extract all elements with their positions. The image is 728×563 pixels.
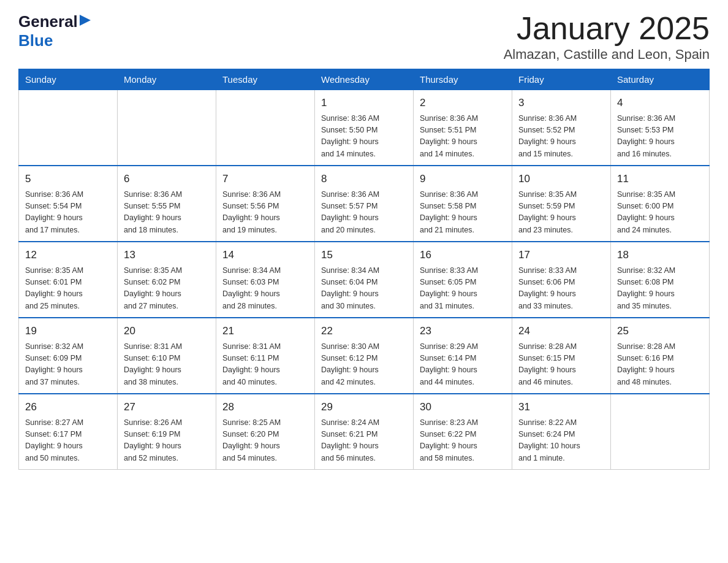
day-number: 24 — [518, 323, 604, 339]
day-number: 15 — [321, 247, 407, 263]
day-cell: 13Sunrise: 8:35 AM Sunset: 6:02 PM Dayli… — [118, 242, 216, 318]
day-cell — [216, 90, 315, 166]
day-cell: 24Sunrise: 8:28 AM Sunset: 6:15 PM Dayli… — [512, 318, 611, 394]
day-number: 17 — [518, 247, 604, 263]
day-info: Sunrise: 8:34 AM Sunset: 6:03 PM Dayligh… — [222, 265, 308, 313]
day-number: 30 — [420, 399, 506, 415]
day-info: Sunrise: 8:29 AM Sunset: 6:14 PM Dayligh… — [420, 341, 506, 389]
day-info: Sunrise: 8:36 AM Sunset: 5:58 PM Dayligh… — [420, 189, 506, 237]
page-header: General Blue January 2025 Almazan, Casti… — [18, 12, 710, 63]
day-number: 23 — [420, 323, 506, 339]
day-number: 3 — [518, 95, 604, 111]
day-cell: 12Sunrise: 8:35 AM Sunset: 6:01 PM Dayli… — [19, 242, 118, 318]
day-cell: 19Sunrise: 8:32 AM Sunset: 6:09 PM Dayli… — [19, 318, 118, 394]
day-number: 28 — [222, 399, 308, 415]
day-info: Sunrise: 8:36 AM Sunset: 5:57 PM Dayligh… — [321, 189, 407, 237]
week-row-4: 19Sunrise: 8:32 AM Sunset: 6:09 PM Dayli… — [19, 318, 710, 394]
day-cell: 7Sunrise: 8:36 AM Sunset: 5:56 PM Daylig… — [216, 166, 315, 242]
day-info: Sunrise: 8:28 AM Sunset: 6:15 PM Dayligh… — [518, 341, 604, 389]
day-info: Sunrise: 8:27 AM Sunset: 6:17 PM Dayligh… — [25, 417, 111, 465]
day-info: Sunrise: 8:26 AM Sunset: 6:19 PM Dayligh… — [124, 417, 210, 465]
day-info: Sunrise: 8:32 AM Sunset: 6:08 PM Dayligh… — [617, 265, 703, 313]
day-number: 8 — [321, 171, 407, 187]
day-number: 29 — [321, 399, 407, 415]
header-cell-tuesday: Tuesday — [216, 69, 315, 90]
day-cell: 1Sunrise: 8:36 AM Sunset: 5:50 PM Daylig… — [315, 90, 414, 166]
day-cell: 18Sunrise: 8:32 AM Sunset: 6:08 PM Dayli… — [611, 242, 710, 318]
week-row-3: 12Sunrise: 8:35 AM Sunset: 6:01 PM Dayli… — [19, 242, 710, 318]
day-cell: 3Sunrise: 8:36 AM Sunset: 5:52 PM Daylig… — [512, 90, 611, 166]
header-cell-friday: Friday — [512, 69, 611, 90]
header-cell-sunday: Sunday — [19, 69, 118, 90]
day-info: Sunrise: 8:35 AM Sunset: 6:00 PM Dayligh… — [617, 189, 703, 237]
day-cell: 10Sunrise: 8:35 AM Sunset: 5:59 PM Dayli… — [512, 166, 611, 242]
day-cell: 8Sunrise: 8:36 AM Sunset: 5:57 PM Daylig… — [315, 166, 414, 242]
day-info: Sunrise: 8:35 AM Sunset: 6:02 PM Dayligh… — [124, 265, 210, 313]
day-number: 6 — [124, 171, 210, 187]
calendar-body: 1Sunrise: 8:36 AM Sunset: 5:50 PM Daylig… — [19, 90, 710, 470]
day-cell: 23Sunrise: 8:29 AM Sunset: 6:14 PM Dayli… — [414, 318, 512, 394]
day-number: 25 — [617, 323, 703, 339]
day-info: Sunrise: 8:25 AM Sunset: 6:20 PM Dayligh… — [222, 417, 308, 465]
day-info: Sunrise: 8:28 AM Sunset: 6:16 PM Dayligh… — [617, 341, 703, 389]
day-number: 14 — [222, 247, 308, 263]
day-cell: 6Sunrise: 8:36 AM Sunset: 5:55 PM Daylig… — [118, 166, 216, 242]
day-cell: 15Sunrise: 8:34 AM Sunset: 6:04 PM Dayli… — [315, 242, 414, 318]
day-cell: 4Sunrise: 8:36 AM Sunset: 5:53 PM Daylig… — [611, 90, 710, 166]
day-info: Sunrise: 8:23 AM Sunset: 6:22 PM Dayligh… — [420, 417, 506, 465]
day-cell: 25Sunrise: 8:28 AM Sunset: 6:16 PM Dayli… — [611, 318, 710, 394]
day-cell: 11Sunrise: 8:35 AM Sunset: 6:00 PM Dayli… — [611, 166, 710, 242]
day-info: Sunrise: 8:24 AM Sunset: 6:21 PM Dayligh… — [321, 417, 407, 465]
logo: General Blue — [18, 12, 92, 50]
day-number: 21 — [222, 323, 308, 339]
day-info: Sunrise: 8:31 AM Sunset: 6:11 PM Dayligh… — [222, 341, 308, 389]
day-cell: 26Sunrise: 8:27 AM Sunset: 6:17 PM Dayli… — [19, 394, 118, 470]
day-cell: 28Sunrise: 8:25 AM Sunset: 6:20 PM Dayli… — [216, 394, 315, 470]
day-cell: 5Sunrise: 8:36 AM Sunset: 5:54 PM Daylig… — [19, 166, 118, 242]
day-cell: 16Sunrise: 8:33 AM Sunset: 6:05 PM Dayli… — [414, 242, 512, 318]
day-number: 9 — [420, 171, 506, 187]
day-cell: 14Sunrise: 8:34 AM Sunset: 6:03 PM Dayli… — [216, 242, 315, 318]
logo-arrow-icon — [80, 13, 92, 27]
day-cell: 2Sunrise: 8:36 AM Sunset: 5:51 PM Daylig… — [414, 90, 512, 166]
month-title: January 2025 — [504, 12, 710, 44]
day-number: 20 — [124, 323, 210, 339]
location-title: Almazan, Castille and Leon, Spain — [504, 47, 710, 63]
day-number: 16 — [420, 247, 506, 263]
day-number: 22 — [321, 323, 407, 339]
logo-general-text: General — [18, 12, 78, 31]
day-info: Sunrise: 8:35 AM Sunset: 6:01 PM Dayligh… — [25, 265, 111, 313]
day-cell: 22Sunrise: 8:30 AM Sunset: 6:12 PM Dayli… — [315, 318, 414, 394]
header-row: SundayMondayTuesdayWednesdayThursdayFrid… — [19, 69, 710, 90]
day-number: 31 — [518, 399, 604, 415]
day-cell — [19, 90, 118, 166]
week-row-5: 26Sunrise: 8:27 AM Sunset: 6:17 PM Dayli… — [19, 394, 710, 470]
week-row-2: 5Sunrise: 8:36 AM Sunset: 5:54 PM Daylig… — [19, 166, 710, 242]
day-cell: 29Sunrise: 8:24 AM Sunset: 6:21 PM Dayli… — [315, 394, 414, 470]
day-info: Sunrise: 8:32 AM Sunset: 6:09 PM Dayligh… — [25, 341, 111, 389]
day-number: 27 — [124, 399, 210, 415]
day-cell: 27Sunrise: 8:26 AM Sunset: 6:19 PM Dayli… — [118, 394, 216, 470]
day-cell: 9Sunrise: 8:36 AM Sunset: 5:58 PM Daylig… — [414, 166, 512, 242]
day-cell: 30Sunrise: 8:23 AM Sunset: 6:22 PM Dayli… — [414, 394, 512, 470]
day-number: 4 — [617, 95, 703, 111]
header-cell-thursday: Thursday — [414, 69, 512, 90]
day-cell: 20Sunrise: 8:31 AM Sunset: 6:10 PM Dayli… — [118, 318, 216, 394]
day-info: Sunrise: 8:30 AM Sunset: 6:12 PM Dayligh… — [321, 341, 407, 389]
day-cell: 17Sunrise: 8:33 AM Sunset: 6:06 PM Dayli… — [512, 242, 611, 318]
day-cell: 31Sunrise: 8:22 AM Sunset: 6:24 PM Dayli… — [512, 394, 611, 470]
day-number: 13 — [124, 247, 210, 263]
day-number: 19 — [25, 323, 111, 339]
day-info: Sunrise: 8:36 AM Sunset: 5:50 PM Dayligh… — [321, 113, 407, 161]
day-number: 18 — [617, 247, 703, 263]
calendar-header: SundayMondayTuesdayWednesdayThursdayFrid… — [19, 69, 710, 90]
day-info: Sunrise: 8:31 AM Sunset: 6:10 PM Dayligh… — [124, 341, 210, 389]
day-number: 11 — [617, 171, 703, 187]
day-info: Sunrise: 8:36 AM Sunset: 5:55 PM Dayligh… — [124, 189, 210, 237]
logo-blue-text: Blue — [18, 31, 53, 50]
day-cell: 21Sunrise: 8:31 AM Sunset: 6:11 PM Dayli… — [216, 318, 315, 394]
day-cell — [611, 394, 710, 470]
calendar-table: SundayMondayTuesdayWednesdayThursdayFrid… — [18, 69, 710, 470]
day-number: 10 — [518, 171, 604, 187]
day-number: 5 — [25, 171, 111, 187]
